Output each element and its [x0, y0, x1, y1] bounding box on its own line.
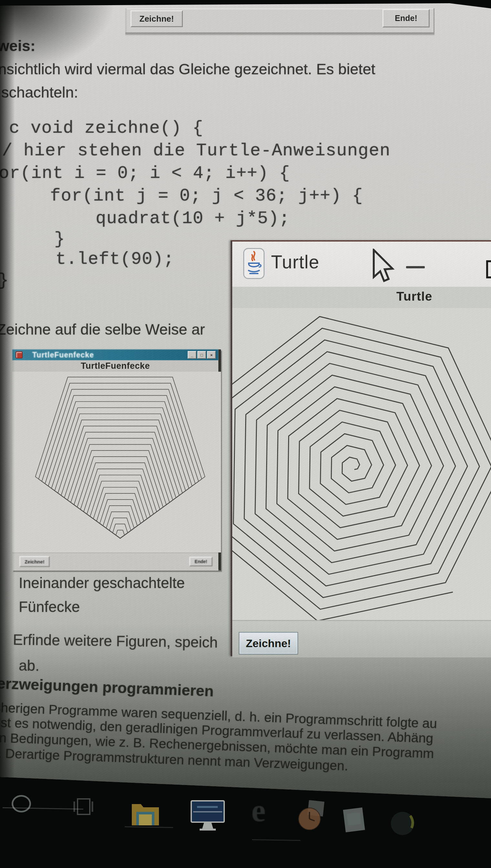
turtle-window-title: Turtle	[271, 251, 319, 273]
code-line: }	[0, 271, 9, 290]
top-ende-button[interactable]: Ende!	[382, 9, 430, 27]
turtle-canvas-label: Turtle	[396, 289, 432, 303]
fuenfecke-zeichne-button[interactable]: Zeichne!	[19, 556, 50, 567]
figure-caption-line: Fünfecke	[19, 598, 80, 616]
code-line: c void zeichne() {	[9, 118, 203, 138]
photo-of-screen: Zeichne! Ende! weis: ensichtlich wird vi…	[0, 0, 491, 868]
fuenfecke-app-icon	[16, 351, 23, 358]
hint-label-fragment: weis:	[0, 37, 35, 55]
photos-app-icon[interactable]	[342, 807, 367, 834]
code-line: }	[54, 229, 65, 249]
code-line: / hier stehen die Turtle-Anweisungen	[2, 141, 391, 160]
lenovo-monitor-icon[interactable]	[189, 799, 227, 833]
turtle-zeichne-button[interactable]: Zeichne!	[239, 632, 298, 655]
fuenfecke-canvas	[12, 372, 221, 552]
spiral-figure	[232, 308, 491, 620]
minimize-icon[interactable]: _	[188, 351, 196, 359]
edge-browser-icon[interactable]: e	[251, 792, 284, 834]
nest-paragraph-fragment: schachteln:	[1, 83, 78, 101]
code-line: t.left(90);	[56, 249, 174, 269]
turtle-button-panel: Zeichne!	[232, 620, 491, 657]
turtle-canvas-header: Turtle	[232, 287, 491, 308]
top-window-button-panel: Zeichne! Ende!	[125, 8, 434, 32]
top-zeichne-button[interactable]: Zeichne!	[131, 10, 183, 27]
turtle-titlebar[interactable]: Turtle	[232, 242, 491, 287]
task2-line: Erfinde weitere Figuren, speich	[13, 631, 218, 651]
maximize-icon[interactable]	[486, 260, 491, 278]
screen-area: Zeichne! Ende! weis: ensichtlich wird vi…	[0, 3, 491, 803]
globe-clock-icon[interactable]	[296, 800, 326, 831]
figure-caption-line: Ineinander geschachtelte	[19, 574, 185, 592]
intro-paragraph-fragment: ensichtlich wird viermal das Gleiche gez…	[0, 60, 375, 78]
fuenfecke-button-panel: Zeichne! Ende!	[12, 552, 219, 571]
search-icon[interactable]	[11, 795, 31, 812]
mouse-cursor-icon	[371, 249, 396, 286]
dark-browser-icon[interactable]	[389, 809, 416, 838]
code-line: or(int i = 0; i < 4; i++) {	[0, 163, 290, 183]
maximize-icon[interactable]: □	[197, 351, 206, 359]
code-line: quadrat(10 + j*5);	[96, 209, 290, 228]
minimize-icon[interactable]	[406, 266, 425, 268]
turtle-canvas	[232, 308, 491, 620]
fuenfecke-window: TurtleFuenfecke _ □ × TurtleFuenfecke Ze…	[12, 350, 221, 571]
java-icon	[243, 248, 265, 279]
turtle-window: Turtle Turtle Zeichne!	[231, 240, 491, 656]
fuenfecke-ende-button[interactable]: Ende!	[189, 557, 212, 566]
file-explorer-icon[interactable]	[130, 800, 161, 828]
task-heading-fragment: Zeichne auf die selbe Weise ar	[0, 320, 205, 338]
task2-line: ab.	[19, 657, 40, 675]
screen-reflection	[252, 839, 300, 841]
task-view-icon[interactable]	[70, 798, 96, 816]
code-line: for(int j = 0; j < 36; j++) {	[50, 186, 363, 206]
bottom-section: erzweigungen programmieren sherigen Prog…	[0, 672, 491, 802]
section-heading-fragment: erzweigungen programmieren	[0, 674, 214, 700]
fuenfecke-titlebar-buttons: _ □ ×	[188, 351, 216, 359]
pentagon-figure	[12, 372, 221, 552]
fuenfecke-canvas-label: TurtleFuenfecke	[12, 360, 219, 372]
close-icon[interactable]: ×	[207, 351, 216, 359]
